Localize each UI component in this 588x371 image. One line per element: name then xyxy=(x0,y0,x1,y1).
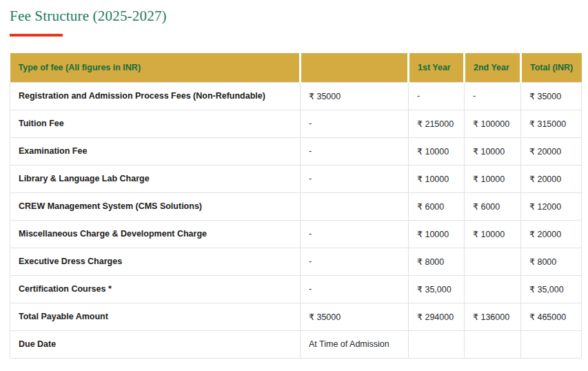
value-cell: ₹ 465000 xyxy=(521,303,582,330)
value-cell xyxy=(465,275,521,303)
fee-type-cell: Due Date xyxy=(10,330,301,358)
value-cell: ₹ 136000 xyxy=(465,303,521,330)
table-header-row: Type of fee (All figures in INR) 1st Yea… xyxy=(10,53,582,82)
value-cell: ₹ 20000 xyxy=(521,220,582,248)
value-cell: ₹ 6000 xyxy=(465,192,521,220)
value-cell: - xyxy=(409,82,465,110)
value-cell: ₹ 10000 xyxy=(409,165,465,192)
title-accent-underline xyxy=(10,34,63,37)
column-header-2nd-year: 2nd Year xyxy=(465,53,521,82)
table-row: Miscellaneous Charge & Development Charg… xyxy=(10,220,582,248)
value-cell: - xyxy=(301,248,409,275)
value-cell xyxy=(521,330,582,358)
fee-type-cell: Total Payable Amount xyxy=(10,303,301,330)
column-header-blank xyxy=(301,53,409,82)
value-cell: - xyxy=(301,275,409,303)
value-cell: - xyxy=(301,165,409,192)
value-cell: ₹ 315000 xyxy=(521,110,582,137)
value-cell: ₹ 100000 xyxy=(465,110,521,137)
fee-structure-page: Fee Structure (2025-2027) Type of fee (A… xyxy=(0,0,588,359)
value-cell: - xyxy=(301,137,409,165)
value-cell: ₹ 10000 xyxy=(465,165,521,192)
value-cell: ₹ 10000 xyxy=(465,220,521,248)
value-cell: ₹ 12000 xyxy=(521,192,582,220)
fee-type-cell: Executive Dress Charges xyxy=(10,248,301,275)
value-cell: - xyxy=(301,220,409,248)
table-row: Due Date At Time of Admission xyxy=(10,330,582,358)
value-cell: ₹ 8000 xyxy=(521,248,582,275)
value-cell: - xyxy=(465,82,521,110)
value-cell: ₹ 35000 xyxy=(301,82,409,110)
table-row: Executive Dress Charges - ₹ 8000 ₹ 8000 xyxy=(10,248,582,275)
fee-type-cell: Certification Courses * xyxy=(10,275,301,303)
value-cell: ₹ 10000 xyxy=(465,137,521,165)
value-cell: ₹ 8000 xyxy=(409,248,465,275)
fee-type-cell: Miscellaneous Charge & Development Charg… xyxy=(10,220,301,248)
value-cell: At Time of Admission xyxy=(301,330,409,358)
value-cell: ₹ 35,000 xyxy=(409,275,465,303)
table-row: Library & Language Lab Charge - ₹ 10000 … xyxy=(10,165,582,192)
fee-type-cell: Tuition Fee xyxy=(10,110,301,137)
table-row: Registration and Admission Process Fees … xyxy=(10,82,582,110)
value-cell xyxy=(301,192,409,220)
value-cell xyxy=(409,330,465,358)
fee-type-cell: Library & Language Lab Charge xyxy=(10,165,301,192)
value-cell: ₹ 20000 xyxy=(521,165,582,192)
table-row: CREW Management System (CMS Solutions) ₹… xyxy=(10,192,582,220)
value-cell: ₹ 35000 xyxy=(521,82,582,110)
value-cell: - xyxy=(301,110,409,137)
value-cell: ₹ 20000 xyxy=(521,137,582,165)
value-cell: ₹ 35000 xyxy=(301,303,409,330)
fee-type-cell: Examination Fee xyxy=(10,137,301,165)
fee-type-cell: Registration and Admission Process Fees … xyxy=(10,82,301,110)
value-cell: ₹ 294000 xyxy=(409,303,465,330)
table-row: Total Payable Amount ₹ 35000 ₹ 294000 ₹ … xyxy=(10,303,582,330)
value-cell xyxy=(465,330,521,358)
column-header-total: Total (INR) xyxy=(521,53,582,82)
column-header-1st-year: 1st Year xyxy=(409,53,465,82)
table-row: Certification Courses * - ₹ 35,000 ₹ 35,… xyxy=(10,275,582,303)
table-row: Tuition Fee - ₹ 215000 ₹ 100000 ₹ 315000 xyxy=(10,110,582,137)
value-cell: ₹ 10000 xyxy=(409,220,465,248)
page-title: Fee Structure (2025-2027) xyxy=(10,7,581,25)
value-cell: ₹ 10000 xyxy=(409,137,465,165)
fee-type-cell: CREW Management System (CMS Solutions) xyxy=(10,192,301,220)
value-cell: ₹ 6000 xyxy=(409,192,465,220)
value-cell: ₹ 35,000 xyxy=(521,275,582,303)
table-row: Examination Fee - ₹ 10000 ₹ 10000 ₹ 2000… xyxy=(10,137,582,165)
fee-structure-table: Type of fee (All figures in INR) 1st Yea… xyxy=(10,53,582,359)
value-cell xyxy=(465,248,521,275)
value-cell: ₹ 215000 xyxy=(409,110,465,137)
column-header-fee-type: Type of fee (All figures in INR) xyxy=(10,53,301,82)
